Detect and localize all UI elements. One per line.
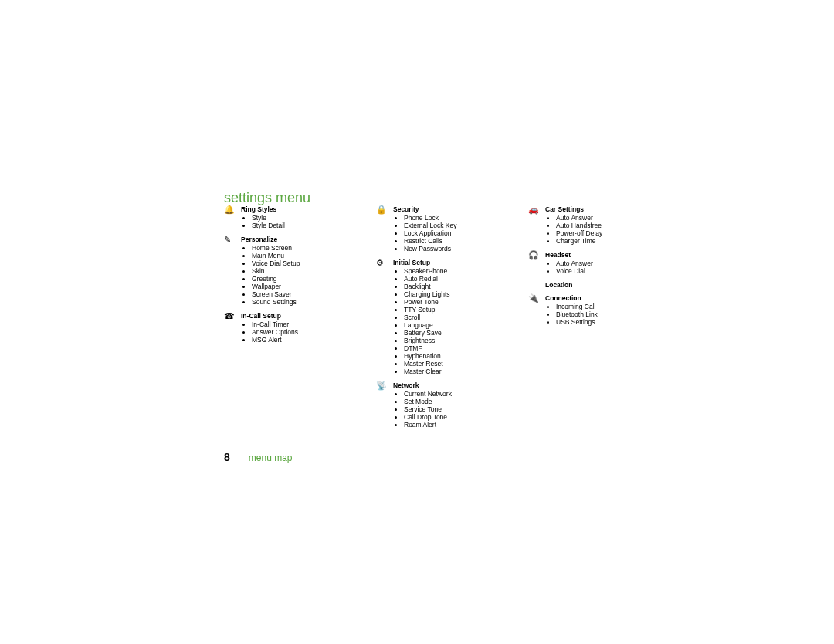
settings-section: ☎In-Call SetupIn-Call TimerAnswer Option… <box>224 312 349 345</box>
list-item: MSG Alert <box>252 336 349 344</box>
list-item: Style <box>252 214 349 222</box>
list-item: Hyphenation <box>404 352 501 360</box>
section-heading: Headset <box>545 251 653 259</box>
section-items: Auto AnswerVoice Dial <box>545 259 653 275</box>
list-item: Charging Lights <box>404 290 501 298</box>
list-item: DTMF <box>404 344 501 352</box>
footer-label: menu map <box>249 452 293 463</box>
list-item: New Passwords <box>404 245 501 253</box>
list-item: Answer Options <box>252 328 349 336</box>
list-item: TTY Setup <box>404 306 501 314</box>
list-item: Power-off Delay <box>556 229 653 237</box>
section-heading: Ring Styles <box>241 205 349 214</box>
list-item: Restrict Calls <box>404 237 501 245</box>
section-items: Home ScreenMain MenuVoice Dial SetupSkin… <box>241 244 349 306</box>
settings-section: 🔒SecurityPhone LockExternal Lock KeyLock… <box>376 205 501 254</box>
list-item: Lock Application <box>404 229 501 237</box>
column: 🔒SecurityPhone LockExternal Lock KeyLock… <box>376 205 501 435</box>
page-footer: 8 menu map <box>224 451 293 463</box>
list-item: Master Clear <box>404 368 501 375</box>
section-items: Auto AnswerAuto HandsfreePower-off Delay… <box>545 214 653 245</box>
section-body: PersonalizeHome ScreenMain MenuVoice Dia… <box>241 236 349 307</box>
list-item: Power Tone <box>404 298 501 306</box>
list-item: Voice Dial <box>556 267 653 275</box>
list-item: Main Menu <box>252 252 349 259</box>
list-item: Scroll <box>404 314 501 321</box>
list-item: Auto Handsfree <box>556 222 653 229</box>
list-item: Bluetooth Link <box>556 310 653 318</box>
list-item: Wallpaper <box>252 283 349 290</box>
list-item: Home Screen <box>252 244 349 252</box>
ring-icon: 🔔 <box>224 205 241 231</box>
section-body: Car SettingsAuto AnswerAuto HandsfreePow… <box>545 205 653 246</box>
section-items: Phone LockExternal Lock KeyLock Applicat… <box>393 214 501 253</box>
list-item: Service Tone <box>404 405 501 413</box>
list-item: Language <box>404 321 501 329</box>
settings-columns: 🔔Ring StylesStyleStyle Detail✎Personaliz… <box>224 205 653 435</box>
list-item: Screen Saver <box>252 290 349 298</box>
list-item: In-Call Timer <box>252 320 349 328</box>
security-icon: 🔒 <box>376 205 393 254</box>
settings-section: 🚗Car SettingsAuto AnswerAuto HandsfreePo… <box>528 205 653 246</box>
settings-section: 🎧HeadsetAuto AnswerVoice Dial <box>528 251 653 276</box>
column: 🔔Ring StylesStyleStyle Detail✎Personaliz… <box>224 205 349 435</box>
initial-setup-icon: ⚙ <box>376 259 393 377</box>
section-body: In-Call SetupIn-Call TimerAnswer Options… <box>241 312 349 345</box>
section-heading: Location <box>545 281 653 290</box>
column: 🚗Car SettingsAuto AnswerAuto HandsfreePo… <box>528 205 653 435</box>
settings-section: Location <box>528 281 653 290</box>
list-item: Call Drop Tone <box>404 413 501 421</box>
list-item: Backlight <box>404 283 501 290</box>
personalize-icon: ✎ <box>224 236 241 307</box>
section-heading: Network <box>393 381 501 390</box>
list-item: Brightness <box>404 337 501 344</box>
settings-section: 📡NetworkCurrent NetworkSet ModeService T… <box>376 381 501 430</box>
connection-icon: 🔌 <box>528 294 545 327</box>
list-item: Style Detail <box>252 222 349 229</box>
section-heading: In-Call Setup <box>241 312 349 320</box>
list-item: Sound Settings <box>252 298 349 306</box>
list-item: Phone Lock <box>404 214 501 222</box>
section-body: SecurityPhone LockExternal Lock KeyLock … <box>393 205 501 254</box>
section-heading: Initial Setup <box>393 259 501 267</box>
section-heading: Car Settings <box>545 205 653 214</box>
section-heading: Connection <box>545 294 653 303</box>
list-item: Greeting <box>252 275 349 283</box>
list-item: Auto Answer <box>556 259 653 267</box>
section-body: NetworkCurrent NetworkSet ModeService To… <box>393 381 501 430</box>
settings-section: 🔔Ring StylesStyleStyle Detail <box>224 205 349 231</box>
section-body: ConnectionIncoming CallBluetooth LinkUSB… <box>545 294 653 327</box>
car-icon: 🚗 <box>528 205 545 246</box>
section-body: Initial SetupSpeakerPhoneAuto RedialBack… <box>393 259 501 377</box>
list-item: Charger Time <box>556 237 653 245</box>
settings-section: ✎PersonalizeHome ScreenMain MenuVoice Di… <box>224 236 349 307</box>
section-heading: Security <box>393 205 501 214</box>
settings-section: 🔌ConnectionIncoming CallBluetooth LinkUS… <box>528 294 653 327</box>
network-icon: 📡 <box>376 381 393 430</box>
list-item: Voice Dial Setup <box>252 259 349 267</box>
section-items: StyleStyle Detail <box>241 214 349 229</box>
list-item: Battery Save <box>404 329 501 337</box>
list-item: Skin <box>252 267 349 275</box>
headset-icon: 🎧 <box>528 251 545 276</box>
list-item: SpeakerPhone <box>404 267 501 275</box>
list-item: USB Settings <box>556 318 653 326</box>
section-items: In-Call TimerAnswer OptionsMSG Alert <box>241 320 349 344</box>
section-body: HeadsetAuto AnswerVoice Dial <box>545 251 653 276</box>
section-body: Ring StylesStyleStyle Detail <box>241 205 349 231</box>
section-body: Location <box>545 281 653 290</box>
list-item: Current Network <box>404 390 501 398</box>
page-number: 8 <box>224 451 230 463</box>
settings-section: ⚙Initial SetupSpeakerPhoneAuto RedialBac… <box>376 259 501 377</box>
list-item: Set Mode <box>404 398 501 405</box>
list-item: Roam Alert <box>404 421 501 429</box>
page-title: settings menu <box>224 190 310 206</box>
in-call-icon: ☎ <box>224 312 241 345</box>
location-icon <box>528 281 545 290</box>
section-items: Current NetworkSet ModeService ToneCall … <box>393 390 501 429</box>
list-item: Master Reset <box>404 360 501 368</box>
list-item: External Lock Key <box>404 222 501 229</box>
section-items: Incoming CallBluetooth LinkUSB Settings <box>545 303 653 326</box>
list-item: Auto Redial <box>404 275 501 283</box>
section-items: SpeakerPhoneAuto RedialBacklightCharging… <box>393 267 501 375</box>
